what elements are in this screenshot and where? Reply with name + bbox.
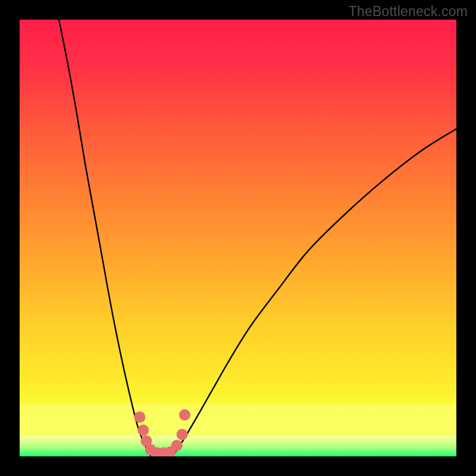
- chart-frame: TheBottleneck.com: [0, 0, 476, 476]
- plot-area: [20, 20, 456, 456]
- marker-dot: [134, 411, 145, 422]
- pale-band: [20, 403, 456, 436]
- marker-dot: [171, 440, 183, 451]
- marker-dot: [179, 409, 190, 421]
- green-band: [20, 436, 456, 456]
- gradient-bg: [20, 20, 456, 456]
- marker-dot: [177, 429, 188, 440]
- watermark-text: TheBottleneck.com: [349, 4, 468, 20]
- marker-dot: [137, 424, 149, 436]
- chart-svg: [20, 20, 456, 456]
